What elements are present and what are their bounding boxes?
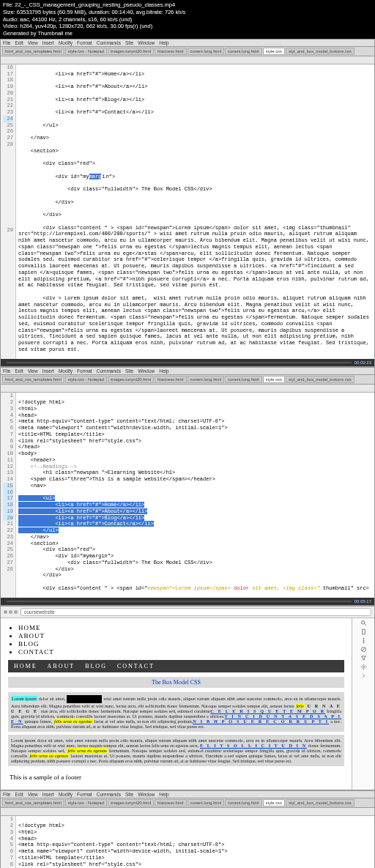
- code-editor[interactable]: 1617181920212223242526272829 <li><a href…: [1, 64, 374, 360]
- menu-file[interactable]: File: [3, 40, 10, 45]
- menu-commands[interactable]: Commands: [97, 368, 121, 374]
- menu-view[interactable]: View: [28, 40, 38, 45]
- file-tab[interactable]: style.css - Notepad: [65, 376, 107, 383]
- menu-insert[interactable]: Insert: [42, 368, 54, 374]
- menu-edit[interactable]: Edit: [15, 40, 23, 45]
- code-line: <li><a href="#">Blog</a></li>: [18, 97, 372, 103]
- gear-icon[interactable]: [360, 664, 367, 670]
- file-tab[interactable]: style.css - Notepad: [65, 799, 107, 806]
- source-area[interactable]: <li><a href="#">Home</a></li> <li><a hre…: [16, 64, 374, 360]
- menu-site[interactable]: Site: [125, 368, 133, 374]
- menu-format[interactable]: Format: [77, 792, 92, 797]
- link-nibh[interactable]: N I B H P O S U E R E C O R R U P T I: [193, 719, 329, 724]
- maximize-icon[interactable]: [14, 610, 18, 614]
- close-icon[interactable]: [4, 610, 7, 614]
- menu-icon[interactable]: [360, 637, 367, 644]
- menu-insert[interactable]: Insert: [42, 792, 54, 797]
- menu-file[interactable]: File: [3, 792, 10, 797]
- file-tab[interactable]: conent.long.html: [225, 48, 262, 55]
- menu-commands[interactable]: Commands: [97, 792, 121, 797]
- timeline[interactable]: 00:05:17: [1, 598, 374, 605]
- vnav-home[interactable]: HOME: [18, 624, 344, 631]
- menu-edit[interactable]: Edit: [15, 792, 23, 797]
- menu-modify[interactable]: Modify: [59, 40, 73, 45]
- file-tab[interactable]: conent.long.html: [188, 799, 225, 806]
- file-tab[interactable]: images.tunynt20.html: [108, 376, 154, 383]
- menu-site[interactable]: Site: [125, 40, 133, 45]
- file-tab[interactable]: conent.long.html: [225, 376, 262, 383]
- file-tab-active[interactable]: style.css: [263, 799, 285, 806]
- file-tab-active[interactable]: style.css: [263, 376, 285, 383]
- link-celerisque[interactable]: C E L E R I S Q U E T E M P O R: [210, 708, 325, 713]
- menu-help[interactable]: Help: [159, 792, 168, 797]
- file-tab[interactable]: conent.long.html: [188, 48, 225, 55]
- code-line: <html>: [18, 829, 372, 836]
- source-area[interactable]: <!doctype html><html><head><meta http-eq…: [16, 393, 374, 598]
- menu-commands[interactable]: Commands: [97, 40, 121, 45]
- file-tab[interactable]: styl_and_box_model_buttons.css: [286, 799, 354, 806]
- menu-bar: File Edit View Insert Modify Format Comm…: [1, 40, 374, 47]
- file-tab[interactable]: style.css - Notepad: [65, 48, 107, 55]
- chevron-right-icon[interactable]: [360, 672, 367, 679]
- source-area[interactable]: <!doctype html><html><head><meta http-eq…: [16, 816, 374, 868]
- menu-window[interactable]: Window: [138, 792, 155, 797]
- menu-site[interactable]: Site: [125, 792, 133, 797]
- file-tab[interactable]: conent.long.html: [188, 376, 225, 383]
- menu-help[interactable]: Help: [159, 368, 168, 374]
- file-tab[interactable]: html_and_css_templates.html: [2, 376, 64, 383]
- search-icon[interactable]: [360, 620, 367, 626]
- menu-modify[interactable]: Modify: [59, 368, 73, 374]
- code-line: <link rel="stylesheet" href="style.css">: [18, 861, 372, 868]
- code-editor[interactable]: 1234567891011121314151617181920212223242…: [1, 816, 374, 868]
- menu-file[interactable]: File: [3, 368, 10, 374]
- file-tab[interactable]: images.tunynt20.html: [108, 799, 154, 806]
- vnav-blog[interactable]: BLOG: [18, 640, 344, 648]
- filter-icon[interactable]: [360, 655, 367, 661]
- minimize-icon[interactable]: [9, 610, 12, 614]
- no-entry-icon[interactable]: [360, 646, 367, 653]
- menu-format[interactable]: Format: [77, 40, 92, 45]
- nav-about[interactable]: ABOUT: [48, 663, 75, 669]
- file-tab[interactable]: htaccess.html: [155, 48, 186, 55]
- menu-modify[interactable]: Modify: [59, 792, 73, 797]
- timestamp: 00:00:23: [354, 360, 371, 365]
- nav-home[interactable]: HOME: [14, 663, 37, 669]
- line-gutter: 1617181920212223242526272829: [1, 64, 16, 360]
- menu-window[interactable]: Window: [138, 40, 155, 45]
- menu-help[interactable]: Help: [159, 40, 168, 45]
- page-content: HOME ABOUT BLOG CONTACT HOME ABOUT BLOG …: [1, 618, 352, 790]
- address-bar[interactable]: coursewebsite: [21, 608, 371, 616]
- file-tab[interactable]: html_and_css_templates.html: [2, 48, 64, 55]
- file-tab[interactable]: html_and_css_templates.html: [2, 799, 64, 806]
- nav-contact[interactable]: CONTACT: [117, 663, 155, 669]
- file-tab[interactable]: htaccess.html: [155, 376, 186, 383]
- svg-point-5: [363, 642, 363, 643]
- menu-window[interactable]: Window: [138, 368, 155, 374]
- link-elit[interactable]: E L I T S O L L I C I T U D I N: [200, 743, 307, 748]
- nav-blog[interactable]: BLOG: [85, 663, 107, 669]
- file-tab-active[interactable]: style.css: [263, 48, 285, 55]
- vnav-contact[interactable]: CONTACT: [18, 648, 344, 656]
- menu-view[interactable]: View: [28, 792, 38, 797]
- menu-edit[interactable]: Edit: [15, 368, 23, 374]
- file-tab[interactable]: conent.long.html: [225, 799, 262, 806]
- code-line: <h1 class="newspan ">Elearning Website</…: [18, 470, 372, 476]
- menu-view[interactable]: View: [28, 368, 38, 374]
- code-editor[interactable]: 1234567891011121314151617181920212223242…: [1, 393, 374, 598]
- tab-bar: html_and_css_templates.htmlstyle.css - N…: [1, 798, 374, 808]
- toolbar: [1, 808, 374, 816]
- svg-point-8: [363, 667, 364, 668]
- file-tab[interactable]: styl_and_box_model_buttons.css: [286, 48, 354, 55]
- metadata-header: File: 22_-_CSS_management_grouping_nesti…: [0, 0, 375, 39]
- code-line: <meta http-equiv="content-type" content=…: [18, 418, 372, 425]
- device-icon[interactable]: [360, 628, 367, 635]
- file-tab[interactable]: images.tunynt20.html: [108, 48, 154, 55]
- menu-insert[interactable]: Insert: [42, 40, 54, 45]
- file-tab[interactable]: htaccess.html: [155, 799, 186, 806]
- highlight-yellow: felis: [295, 703, 304, 708]
- code-line: <html>: [18, 406, 372, 412]
- file-tab[interactable]: styl_and_box_model_buttons.css: [286, 376, 354, 383]
- menu-format[interactable]: Format: [77, 368, 92, 374]
- timeline[interactable]: 00:00:23: [1, 359, 374, 366]
- vnav-about[interactable]: ABOUT: [18, 632, 344, 639]
